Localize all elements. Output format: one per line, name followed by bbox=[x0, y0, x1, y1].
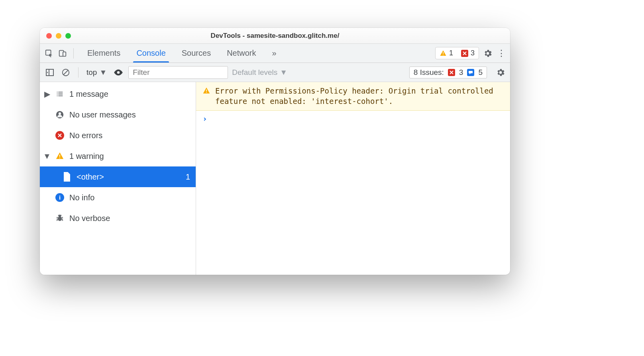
clear-console-icon[interactable] bbox=[60, 67, 72, 78]
svg-rect-14 bbox=[59, 158, 60, 158]
levels-label: Default levels bbox=[232, 68, 277, 77]
svg-rect-10 bbox=[469, 71, 473, 73]
divider bbox=[73, 48, 74, 59]
context-label: top bbox=[86, 68, 97, 77]
tab-elements[interactable]: Elements bbox=[82, 44, 126, 63]
warning-icon bbox=[440, 50, 447, 57]
sidebar-warnings[interactable]: ▼ 1 warning bbox=[40, 146, 196, 166]
sidebar-user-messages-label: No user messages bbox=[69, 110, 190, 119]
console-body: ▶ 1 message No user messages No errors bbox=[40, 82, 510, 275]
svg-line-8 bbox=[64, 70, 68, 74]
svg-rect-4 bbox=[443, 55, 444, 55]
window-title: DevTools - samesite-sandbox.glitch.me/ bbox=[40, 32, 510, 40]
error-icon bbox=[461, 50, 468, 57]
issues-message-count: 5 bbox=[478, 68, 483, 77]
sidebar-verbose[interactable]: No verbose bbox=[40, 208, 196, 229]
inspect-element-icon[interactable] bbox=[44, 48, 54, 59]
message-icon bbox=[467, 69, 474, 76]
svg-rect-17 bbox=[206, 90, 207, 92]
warning-icon bbox=[202, 87, 210, 106]
devtools-tabbar: Elements Console Sources Network » 1 3 bbox=[40, 44, 510, 63]
log-levels-selector[interactable]: Default levels ▼ bbox=[232, 68, 287, 77]
titlebar: DevTools - samesite-sandbox.glitch.me/ bbox=[40, 28, 510, 44]
sidebar-info[interactable]: i No info bbox=[40, 187, 196, 208]
sidebar-other-count: 1 bbox=[186, 172, 190, 182]
issues-error-count: 3 bbox=[459, 68, 463, 77]
console-toolbar: top ▼ Default levels ▼ 8 Issues: 3 5 bbox=[40, 63, 510, 82]
sidebar-errors-label: No errors bbox=[69, 131, 190, 140]
info-icon: i bbox=[55, 193, 65, 202]
settings-icon[interactable] bbox=[482, 48, 493, 59]
error-icon bbox=[448, 69, 455, 76]
errors-badge[interactable]: 3 bbox=[459, 48, 477, 58]
dropdown-icon: ▼ bbox=[280, 68, 287, 77]
console-content: Error with Permissions-Policy header: Or… bbox=[196, 82, 510, 275]
console-sidebar: ▶ 1 message No user messages No errors bbox=[40, 82, 196, 275]
context-selector[interactable]: top ▼ bbox=[85, 67, 108, 78]
sidebar-verbose-label: No verbose bbox=[69, 214, 190, 223]
file-icon bbox=[62, 172, 72, 182]
bug-icon bbox=[55, 213, 65, 223]
more-menu-icon[interactable]: ⋮ bbox=[497, 48, 506, 59]
expand-icon: ▶ bbox=[44, 89, 50, 99]
list-icon bbox=[55, 89, 65, 99]
svg-point-12 bbox=[59, 112, 61, 115]
console-settings-icon[interactable] bbox=[495, 67, 506, 78]
console-message-text: Error with Permissions-Policy header: Or… bbox=[215, 86, 504, 106]
devtools-window: DevTools - samesite-sandbox.glitch.me/ E… bbox=[40, 28, 510, 275]
panel-tabs: Elements Console Sources Network » bbox=[82, 44, 282, 63]
sidebar-errors[interactable]: No errors bbox=[40, 125, 196, 146]
sidebar-other-label: <other> bbox=[77, 172, 181, 182]
live-expression-icon[interactable] bbox=[112, 67, 124, 78]
svg-rect-18 bbox=[206, 92, 207, 93]
warnings-badge[interactable]: 1 bbox=[437, 48, 456, 58]
warnings-count: 1 bbox=[449, 49, 453, 57]
issues-label: 8 Issues: bbox=[414, 68, 444, 77]
sidebar-warnings-label: 1 warning bbox=[69, 152, 190, 161]
tab-sources[interactable]: Sources bbox=[176, 44, 216, 63]
warning-icon bbox=[55, 151, 65, 161]
filter-input[interactable] bbox=[128, 66, 228, 79]
console-warning-message[interactable]: Error with Permissions-Policy header: Or… bbox=[196, 82, 510, 111]
sidebar-user-messages[interactable]: No user messages bbox=[40, 104, 196, 125]
sidebar-other[interactable]: <other> 1 bbox=[40, 166, 196, 187]
user-icon bbox=[55, 110, 65, 119]
tab-console[interactable]: Console bbox=[131, 44, 171, 63]
divider bbox=[78, 67, 79, 78]
tab-network[interactable]: Network bbox=[221, 44, 261, 63]
svg-rect-3 bbox=[443, 52, 444, 54]
device-toolbar-icon[interactable] bbox=[57, 48, 68, 59]
errors-count: 3 bbox=[471, 49, 475, 57]
sidebar-messages[interactable]: ▶ 1 message bbox=[40, 84, 196, 104]
svg-point-9 bbox=[117, 71, 120, 74]
tabbar-status-badges[interactable]: 1 3 bbox=[435, 47, 479, 59]
prompt-chevron-icon: › bbox=[202, 114, 207, 123]
sidebar-messages-label: 1 message bbox=[69, 90, 190, 99]
toggle-sidebar-icon[interactable] bbox=[44, 67, 56, 78]
sidebar-info-label: No info bbox=[69, 193, 190, 202]
svg-rect-2 bbox=[63, 52, 66, 56]
issues-summary[interactable]: 8 Issues: 3 5 bbox=[409, 67, 487, 78]
dropdown-icon: ▼ bbox=[99, 68, 107, 77]
tab-more[interactable]: » bbox=[267, 44, 282, 63]
collapse-icon: ▼ bbox=[44, 152, 50, 161]
error-icon bbox=[55, 131, 65, 140]
svg-rect-13 bbox=[59, 155, 60, 157]
console-prompt[interactable]: › bbox=[196, 111, 510, 127]
